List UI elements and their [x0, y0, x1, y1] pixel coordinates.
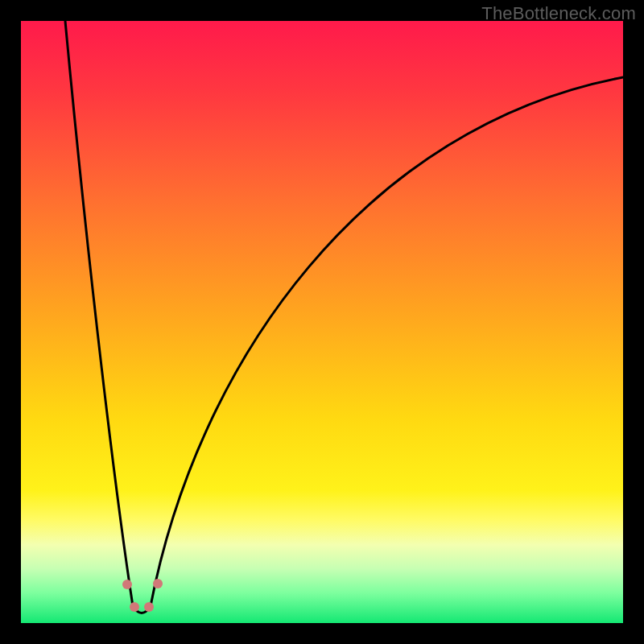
- marker-dot-left-outer: [122, 580, 132, 589]
- marker-dot-right-inner: [144, 602, 154, 612]
- marker-dot-right-outer: [153, 579, 163, 588]
- plot-svg: [21, 21, 623, 623]
- chart-stage: TheBottleneck.com: [0, 0, 644, 644]
- plot-frame: [21, 21, 623, 623]
- marker-dot-left-inner: [130, 602, 139, 612]
- series-right-curve: [151, 77, 623, 606]
- series-left-curve: [65, 21, 133, 606]
